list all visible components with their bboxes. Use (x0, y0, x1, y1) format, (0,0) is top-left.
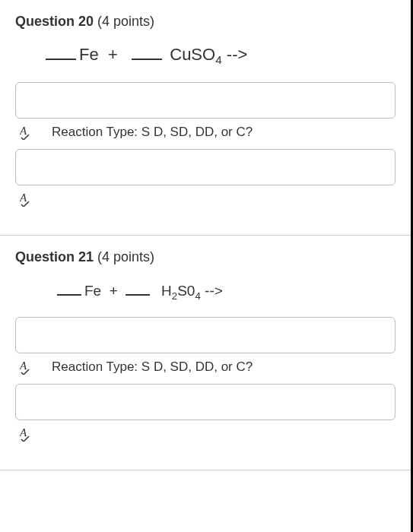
reagent-2-prefix: CuSO (170, 45, 215, 64)
svg-text:A: A (20, 359, 27, 372)
reagent-2a-sub: 2 (172, 290, 177, 302)
spellcheck-icon[interactable]: A (20, 426, 38, 442)
question-21-block: Question 21 (4 points) Fe + H2S04 --> A … (0, 236, 411, 470)
answer-input-1[interactable] (15, 82, 396, 119)
reaction-arrow: --> (205, 283, 223, 299)
spellcheck-icon[interactable]: A (20, 359, 38, 375)
svg-text:A: A (20, 125, 27, 137)
reaction-arrow: --> (227, 45, 248, 64)
reagent-2b-sub: 4 (195, 290, 200, 302)
reaction-type-prompt: Reaction Type: S D, SD, DD, or C? (52, 359, 253, 375)
coefficient-blank-1 (46, 45, 76, 60)
svg-text:A: A (20, 192, 27, 204)
plus-sign: + (110, 283, 118, 299)
plus-sign: + (108, 45, 118, 64)
reaction-type-prompt: Reaction Type: S D, SD, DD, or C? (52, 125, 253, 140)
question-points: (4 points) (97, 14, 154, 29)
reagent-1: Fe (84, 283, 101, 299)
coefficient-blank-2 (132, 45, 162, 60)
spellcheck-icon[interactable]: A (20, 125, 38, 140)
question-21-header: Question 21 (4 points) (15, 249, 396, 265)
question-20-block: Question 20 (4 points) Fe + CuSO4 --> A … (0, 0, 411, 236)
answer-input-1[interactable] (15, 317, 396, 353)
answer-input-2[interactable] (15, 149, 396, 185)
reagent-2a: H (161, 283, 172, 299)
coefficient-blank-1 (57, 280, 81, 296)
reagent-2b: S0 (177, 283, 195, 299)
question-number: Question 21 (15, 249, 94, 264)
under-input-row-2: A (15, 426, 396, 442)
under-input-row-1: A Reaction Type: S D, SD, DD, or C? (15, 359, 396, 375)
question-20-header: Question 20 (4 points) (15, 14, 396, 30)
reagent-1: Fe (79, 45, 99, 64)
reagent-2-sub: 4 (215, 53, 222, 66)
question-number: Question 20 (15, 14, 94, 29)
question-20-equation: Fe + CuSO4 --> (46, 45, 396, 67)
coefficient-blank-2 (125, 280, 150, 296)
under-input-row-2: A (15, 192, 396, 207)
question-21-equation: Fe + H2S04 --> (57, 280, 396, 302)
under-input-row-1: A Reaction Type: S D, SD, DD, or C? (15, 125, 396, 140)
spellcheck-icon[interactable]: A (20, 192, 38, 207)
question-points: (4 points) (97, 249, 154, 264)
svg-text:A: A (20, 426, 27, 439)
answer-input-2[interactable] (15, 384, 396, 420)
